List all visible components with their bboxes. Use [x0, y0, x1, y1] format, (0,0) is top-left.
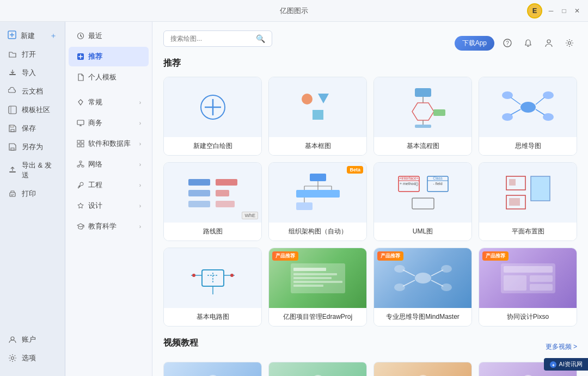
cat-item-recent[interactable]: 最近 — [69, 26, 149, 46]
cat-item-personal[interactable]: 个人模板 — [69, 67, 149, 87]
ai-watermark: ✦ AI资讯网 — [544, 358, 588, 371]
svg-rect-99 — [293, 273, 337, 275]
ai-watermark-label: AI资讯网 — [559, 360, 583, 368]
more-videos-link[interactable]: 更多视频 > — [546, 342, 577, 352]
sidebar-item-export[interactable]: 导出 & 发送 — [0, 156, 65, 184]
svg-point-107 — [394, 283, 405, 291]
template-img-uml: «interface» + method() Class - field — [374, 163, 471, 223]
cat-item-recommend[interactable]: 推荐 — [69, 47, 149, 66]
svg-line-56 — [536, 109, 544, 115]
arrow-icon: › — [139, 100, 141, 106]
template-card-edrawproj[interactable]: 产品推荐 亿图项目管理EdrawProj — [268, 248, 367, 326]
app-title: 亿图图示 — [280, 6, 308, 16]
svg-point-109 — [441, 265, 452, 273]
cat-item-software[interactable]: 软件和数据库 › — [69, 134, 149, 153]
left-sidebar: 新建 ＋ 打开 导入 云文档 — [0, 22, 65, 376]
monitor-icon — [76, 119, 85, 127]
cat-label-recent: 最近 — [88, 31, 102, 41]
notification-button[interactable] — [520, 35, 536, 51]
network-icon — [76, 160, 85, 169]
video-card-3[interactable] — [373, 362, 472, 376]
template-img-route: WhE — [164, 163, 261, 223]
cat-item-general[interactable]: 常规 › — [69, 93, 149, 112]
svg-rect-59 — [188, 190, 210, 196]
svg-line-110 — [431, 280, 443, 286]
maximize-button[interactable]: □ — [560, 7, 568, 15]
svg-rect-19 — [77, 120, 84, 125]
settings-button[interactable] — [562, 35, 577, 51]
tool-icon — [76, 181, 85, 189]
template-card-org-auto[interactable]: Beta 组织架构图（自动） — [268, 162, 367, 241]
svg-rect-100 — [293, 277, 332, 279]
sidebar-item-cloud[interactable]: 云文档 — [0, 82, 65, 101]
template-card-pixso[interactable]: 产品推荐 协同设计Pixso — [479, 248, 577, 326]
sidebar-item-saveas[interactable]: 另存为 — [0, 138, 65, 156]
svg-rect-58 — [188, 179, 210, 186]
template-img-layout — [479, 163, 577, 223]
user-button[interactable] — [541, 35, 556, 51]
sidebar-item-import[interactable]: 导入 — [0, 64, 65, 82]
minimize-button[interactable]: ─ — [547, 7, 555, 15]
sidebar-label-print: 打印 — [22, 189, 36, 199]
video-thumb-1 — [164, 362, 261, 376]
sidebar-item-open[interactable]: 打开 — [0, 45, 65, 64]
video-thumb-3 — [374, 362, 471, 376]
arrow-icon: › — [139, 141, 141, 147]
sidebar-item-print[interactable]: 打印 — [0, 184, 65, 203]
template-card-route[interactable]: WhE 路线图 — [163, 162, 262, 241]
top-bar: 🔍 下载App ? — [163, 30, 577, 56]
svg-rect-61 — [216, 179, 237, 186]
template-card-circuit[interactable]: 基本电路图 — [163, 248, 262, 326]
cat-item-business[interactable]: 商务 › — [69, 113, 149, 133]
titlebar: 亿图图示 E ─ □ ✕ — [0, 0, 588, 22]
svg-text:?: ? — [506, 40, 509, 46]
video-card-1[interactable] — [163, 362, 262, 376]
template-card-new-blank[interactable]: 新建空白绘图 — [163, 77, 262, 156]
search-input[interactable] — [170, 35, 256, 42]
sidebar-item-new[interactable]: 新建 ＋ — [0, 26, 65, 45]
svg-rect-22 — [77, 140, 80, 143]
template-card-mindmap[interactable]: 思维导图 — [479, 77, 577, 156]
sidebar-item-account[interactable]: 账户 — [0, 330, 65, 349]
template-label-route: 路线图 — [164, 223, 261, 241]
template-card-basic-flow[interactable]: 基本流程图 — [373, 77, 472, 156]
sidebar-item-community[interactable]: 模板社区 — [0, 101, 65, 119]
cloud-icon — [8, 87, 17, 96]
video-card-2[interactable] — [268, 362, 367, 376]
cat-item-engineering[interactable]: 工程 › — [69, 175, 149, 195]
cat-item-design[interactable]: 设计 › — [69, 196, 149, 215]
close-button[interactable]: ✕ — [573, 7, 581, 15]
sidebar-label-import: 导入 — [22, 68, 36, 78]
svg-point-51 — [502, 91, 513, 99]
svg-line-108 — [431, 270, 443, 276]
template-img-basic-frame — [269, 77, 366, 137]
svg-line-52 — [511, 109, 520, 115]
template-img-pixso: 产品推荐 — [479, 248, 577, 308]
svg-rect-24 — [77, 144, 80, 147]
cat-item-network[interactable]: 网络 › — [69, 155, 149, 174]
cat-label-education: 教育科学 — [88, 221, 117, 231]
svg-rect-87 — [509, 179, 516, 186]
template-card-uml[interactable]: «interface» + method() Class - field UML… — [373, 162, 472, 241]
sidebar-label-cloud: 云文档 — [22, 87, 43, 96]
avatar[interactable]: E — [527, 3, 542, 19]
svg-rect-4 — [9, 106, 16, 114]
help-button[interactable]: ? — [500, 35, 515, 51]
main-layout: 新建 ＋ 打开 导入 云文档 — [0, 22, 588, 376]
sidebar-item-options[interactable]: 选项 — [0, 349, 65, 367]
open-icon — [8, 50, 17, 59]
svg-rect-60 — [188, 201, 210, 207]
cat-item-education[interactable]: 教育科学 › — [69, 217, 149, 236]
template-label-new-blank: 新建空白绘图 — [164, 137, 261, 155]
template-card-layout[interactable]: 平面布置图 — [479, 162, 577, 241]
svg-rect-27 — [77, 165, 79, 167]
svg-rect-26 — [79, 161, 82, 163]
download-app-button[interactable]: 下载App — [455, 36, 494, 51]
video-thumb-2 — [269, 362, 366, 376]
template-card-basic-frame[interactable]: 基本框图 — [268, 77, 367, 156]
sidebar-item-save[interactable]: 保存 — [0, 119, 65, 138]
template-card-mindmaster[interactable]: 产品推荐 专业思维导图MindMaster — [373, 248, 472, 326]
template-img-edrawproj: 产品推荐 — [269, 248, 366, 308]
design-icon — [76, 201, 85, 210]
svg-rect-25 — [81, 144, 84, 147]
